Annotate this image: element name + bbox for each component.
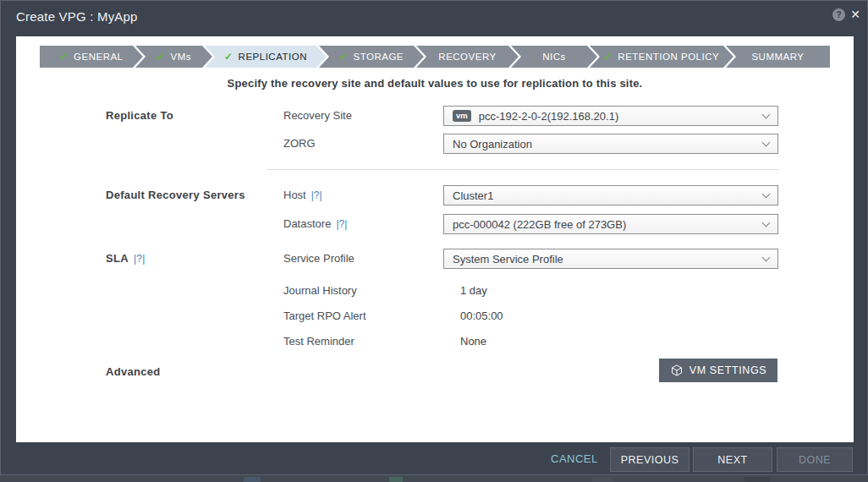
target-rpo-alert-label: Target RPO Alert (283, 306, 366, 326)
host-select[interactable]: Cluster1 (443, 185, 778, 205)
dialog-title: Create VPG : MyApp (16, 9, 138, 24)
wizard-step-label: NICs (542, 52, 566, 62)
wizard-steps: ✓ GENERAL ✓ VMs ✓ REPLICATION ✓ STORAGE … (40, 46, 830, 68)
chevron-down-icon (762, 138, 771, 146)
done-button[interactable]: DONE (777, 447, 853, 472)
wizard-step-label: RETENTION POLICY (618, 52, 719, 62)
wizard-step-label: STORAGE (354, 52, 404, 62)
chevron-down-icon (762, 189, 771, 198)
zorg-label: ZORG (283, 134, 316, 154)
wizard-step-retention-policy[interactable]: ✓ RETENTION POLICY (590, 46, 733, 68)
dialog-titlebar: Create VPG : MyApp ? ✕ (1, 1, 867, 33)
step-instruction: Specify the recovery site and default va… (16, 77, 854, 90)
wizard-step-label: GENERAL (74, 52, 123, 62)
recovery-site-value: pcc-192-2-0-2(192.168.20.1) (479, 110, 763, 123)
zorg-select[interactable]: No Organization (443, 134, 778, 154)
test-reminder-label: Test Reminder (283, 331, 354, 352)
vm-icon: vm (453, 110, 471, 122)
section-label-default-recovery-servers: Default Recovery Servers (106, 185, 245, 205)
datastore-help-link[interactable]: |?| (336, 218, 347, 230)
wizard-step-general[interactable]: ✓ GENERAL (40, 46, 143, 68)
journal-history-value: 1 day (460, 281, 487, 301)
datastore-value: pcc-000042 (222GB free of 273GB) (453, 218, 763, 231)
datastore-select[interactable]: pcc-000042 (222GB free of 273GB) (443, 214, 778, 234)
section-label-replicate-to: Replicate To (106, 106, 173, 126)
vm-settings-button[interactable]: VM SETTINGS (659, 359, 777, 382)
help-icon[interactable]: ? (832, 8, 845, 21)
check-icon: ✓ (157, 51, 166, 63)
section-label-sla: SLA|?| (106, 249, 146, 269)
target-rpo-alert-value: 00:05:00 (460, 306, 503, 326)
wizard-step-label: SUMMARY (751, 52, 804, 62)
wizard-step-nics[interactable]: NICs (511, 46, 597, 68)
section-label-advanced: Advanced (106, 362, 161, 382)
host-help-link[interactable]: |?| (311, 189, 322, 201)
wizard-step-label: RECOVERY (438, 52, 496, 62)
previous-button[interactable]: PREVIOUS (610, 447, 689, 472)
test-reminder-value: None (460, 331, 486, 352)
wizard-step-vms[interactable]: ✓ VMs (135, 46, 212, 68)
check-icon: ✓ (339, 51, 349, 63)
recovery-site-label: Recovery Site (283, 106, 352, 126)
journal-history-label: Journal History (283, 281, 357, 301)
chevron-down-icon (762, 253, 771, 261)
wizard-step-label: VMs (171, 52, 192, 62)
datastore-label: Datastore|?| (283, 214, 347, 234)
close-icon[interactable]: ✕ (848, 7, 863, 22)
service-profile-value: System Service Profile (453, 253, 763, 266)
dialog-content: ✓ GENERAL ✓ VMs ✓ REPLICATION ✓ STORAGE … (16, 36, 854, 442)
check-icon: ✓ (59, 51, 69, 63)
next-button[interactable]: NEXT (693, 447, 772, 472)
wizard-step-replication[interactable]: ✓ REPLICATION (205, 46, 327, 68)
wizard-step-recovery[interactable]: RECOVERY (416, 46, 519, 68)
service-profile-label: Service Profile (283, 249, 354, 269)
host-label: Host|?| (283, 185, 322, 205)
wizard-step-summary[interactable]: SUMMARY (726, 46, 830, 68)
chevron-down-icon (762, 218, 771, 227)
vm-settings-label: VM SETTINGS (689, 364, 766, 376)
zorg-value: No Organization (453, 138, 763, 151)
service-profile-select[interactable]: System Service Profile (443, 249, 778, 269)
background-page-strip (0, 475, 868, 482)
wizard-step-storage[interactable]: ✓ STORAGE (319, 46, 424, 68)
wizard-step-label: REPLICATION (239, 52, 307, 62)
create-vpg-dialog: Create VPG : MyApp ? ✕ ✓ GENERAL ✓ VMs ✓… (0, 0, 868, 475)
sla-help-link[interactable]: |?| (134, 253, 146, 265)
check-icon: ✓ (604, 51, 613, 63)
section-divider (267, 169, 779, 170)
dialog-footer: CANCEL PREVIOUS NEXT DONE (1, 442, 868, 476)
cube-icon (670, 364, 684, 377)
cancel-button[interactable]: CANCEL (551, 442, 598, 476)
chevron-down-icon (762, 110, 771, 118)
host-value: Cluster1 (453, 189, 763, 202)
recovery-site-select[interactable]: vm pcc-192-2-0-2(192.168.20.1) (443, 106, 778, 126)
check-icon: ✓ (224, 51, 233, 63)
